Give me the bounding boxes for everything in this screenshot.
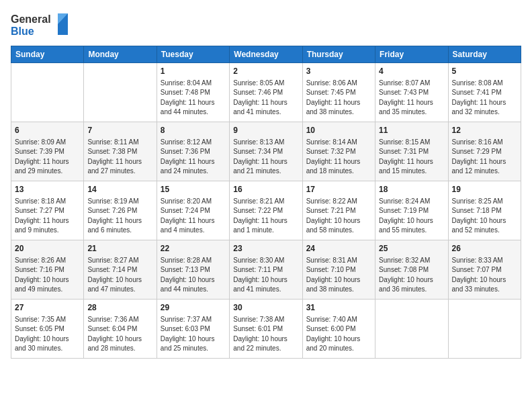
- day-info: Sunrise: 8:15 AMSunset: 7:31 PMDaylight:…: [379, 138, 444, 177]
- day-info: Sunrise: 7:40 AMSunset: 6:00 PMDaylight:…: [306, 315, 371, 354]
- day-cell: 12Sunrise: 8:16 AMSunset: 7:29 PMDayligh…: [448, 122, 521, 181]
- day-info: Sunrise: 8:13 AMSunset: 7:34 PMDaylight:…: [233, 138, 298, 177]
- week-row-1: 1Sunrise: 8:04 AMSunset: 7:48 PMDaylight…: [11, 63, 521, 122]
- day-number: 23: [233, 243, 298, 255]
- day-number: 19: [452, 184, 517, 195]
- day-cell: 24Sunrise: 8:31 AMSunset: 7:10 PMDayligh…: [302, 240, 375, 300]
- week-row-4: 20Sunrise: 8:26 AMSunset: 7:16 PMDayligh…: [11, 240, 521, 300]
- day-info: Sunrise: 7:35 AMSunset: 6:05 PMDaylight:…: [15, 315, 80, 354]
- day-info: Sunrise: 8:33 AMSunset: 7:07 PMDaylight:…: [452, 256, 517, 295]
- day-number: 3: [306, 66, 371, 77]
- header: GeneralBlue: [11, 11, 521, 39]
- day-cell: 14Sunrise: 8:19 AMSunset: 7:26 PMDayligh…: [84, 181, 157, 240]
- day-number: 7: [87, 125, 152, 136]
- day-cell: 20Sunrise: 8:26 AMSunset: 7:16 PMDayligh…: [11, 240, 84, 300]
- day-number: 12: [452, 125, 517, 136]
- day-info: Sunrise: 8:09 AMSunset: 7:39 PMDaylight:…: [15, 138, 80, 177]
- day-number: 1: [161, 66, 226, 77]
- weekday-header-row: SundayMondayTuesdayWednesdayThursdayFrid…: [11, 46, 521, 63]
- day-info: Sunrise: 8:32 AMSunset: 7:08 PMDaylight:…: [379, 256, 444, 295]
- week-row-2: 6Sunrise: 8:09 AMSunset: 7:39 PMDaylight…: [11, 122, 521, 181]
- day-cell: 30Sunrise: 7:38 AMSunset: 6:01 PMDayligh…: [230, 300, 302, 359]
- day-cell: [11, 63, 84, 122]
- day-cell: [448, 300, 521, 359]
- day-cell: 10Sunrise: 8:14 AMSunset: 7:32 PMDayligh…: [302, 122, 375, 181]
- weekday-header-wednesday: Wednesday: [230, 46, 302, 63]
- day-cell: [84, 63, 157, 122]
- day-cell: 5Sunrise: 8:08 AMSunset: 7:41 PMDaylight…: [448, 63, 521, 122]
- day-cell: 27Sunrise: 7:35 AMSunset: 6:05 PMDayligh…: [11, 300, 84, 359]
- day-info: Sunrise: 8:05 AMSunset: 7:46 PMDaylight:…: [233, 79, 298, 118]
- day-info: Sunrise: 8:18 AMSunset: 7:27 PMDaylight:…: [15, 197, 80, 236]
- day-info: Sunrise: 7:37 AMSunset: 6:03 PMDaylight:…: [161, 315, 226, 354]
- day-info: Sunrise: 8:22 AMSunset: 7:21 PMDaylight:…: [306, 197, 371, 236]
- day-info: Sunrise: 8:19 AMSunset: 7:26 PMDaylight:…: [87, 197, 152, 236]
- day-info: Sunrise: 8:27 AMSunset: 7:14 PMDaylight:…: [87, 256, 152, 295]
- day-info: Sunrise: 8:21 AMSunset: 7:22 PMDaylight:…: [233, 197, 298, 236]
- logo: GeneralBlue: [11, 11, 71, 39]
- day-cell: 31Sunrise: 7:40 AMSunset: 6:00 PMDayligh…: [302, 300, 375, 359]
- day-number: 20: [15, 243, 80, 255]
- day-info: Sunrise: 8:30 AMSunset: 7:11 PMDaylight:…: [233, 256, 298, 295]
- day-info: Sunrise: 7:36 AMSunset: 6:04 PMDaylight:…: [87, 315, 152, 354]
- day-cell: 18Sunrise: 8:24 AMSunset: 7:19 PMDayligh…: [375, 181, 448, 240]
- day-cell: 6Sunrise: 8:09 AMSunset: 7:39 PMDaylight…: [11, 122, 84, 181]
- weekday-header-sunday: Sunday: [11, 46, 84, 63]
- day-number: 24: [306, 243, 371, 255]
- day-cell: 15Sunrise: 8:20 AMSunset: 7:24 PMDayligh…: [157, 181, 229, 240]
- day-number: 15: [161, 184, 226, 195]
- day-info: Sunrise: 8:08 AMSunset: 7:41 PMDaylight:…: [452, 79, 517, 118]
- logo-svg: GeneralBlue: [11, 11, 71, 39]
- day-cell: 16Sunrise: 8:21 AMSunset: 7:22 PMDayligh…: [230, 181, 302, 240]
- day-number: 10: [306, 125, 371, 136]
- weekday-header-monday: Monday: [84, 46, 157, 63]
- day-number: 26: [452, 243, 517, 255]
- calendar-page: GeneralBlue SundayMondayTuesdayWednesday…: [0, 0, 532, 411]
- day-info: Sunrise: 8:25 AMSunset: 7:18 PMDaylight:…: [452, 197, 517, 236]
- day-cell: [375, 300, 448, 359]
- day-cell: 4Sunrise: 8:07 AMSunset: 7:43 PMDaylight…: [375, 63, 448, 122]
- day-info: Sunrise: 8:14 AMSunset: 7:32 PMDaylight:…: [306, 138, 371, 177]
- day-cell: 22Sunrise: 8:28 AMSunset: 7:13 PMDayligh…: [157, 240, 229, 300]
- svg-text:General: General: [11, 13, 51, 25]
- day-number: 8: [161, 125, 226, 136]
- day-number: 21: [87, 243, 152, 255]
- day-number: 14: [87, 184, 152, 195]
- day-number: 17: [306, 184, 371, 195]
- day-number: 29: [161, 302, 226, 314]
- day-cell: 8Sunrise: 8:12 AMSunset: 7:36 PMDaylight…: [157, 122, 229, 181]
- day-info: Sunrise: 7:38 AMSunset: 6:01 PMDaylight:…: [233, 315, 298, 354]
- day-info: Sunrise: 8:07 AMSunset: 7:43 PMDaylight:…: [379, 79, 444, 118]
- day-number: 22: [161, 243, 226, 255]
- day-number: 9: [233, 125, 298, 136]
- weekday-header-tuesday: Tuesday: [157, 46, 229, 63]
- day-cell: 26Sunrise: 8:33 AMSunset: 7:07 PMDayligh…: [448, 240, 521, 300]
- day-cell: 21Sunrise: 8:27 AMSunset: 7:14 PMDayligh…: [84, 240, 157, 300]
- day-info: Sunrise: 8:06 AMSunset: 7:45 PMDaylight:…: [306, 79, 371, 118]
- day-info: Sunrise: 8:11 AMSunset: 7:38 PMDaylight:…: [87, 138, 152, 177]
- day-number: 5: [452, 66, 517, 77]
- day-number: 28: [87, 302, 152, 314]
- day-cell: 19Sunrise: 8:25 AMSunset: 7:18 PMDayligh…: [448, 181, 521, 240]
- day-number: 16: [233, 184, 298, 195]
- day-number: 4: [379, 66, 444, 77]
- day-number: 2: [233, 66, 298, 77]
- day-number: 25: [379, 243, 444, 255]
- day-cell: 25Sunrise: 8:32 AMSunset: 7:08 PMDayligh…: [375, 240, 448, 300]
- day-info: Sunrise: 8:04 AMSunset: 7:48 PMDaylight:…: [161, 79, 226, 118]
- day-cell: 13Sunrise: 8:18 AMSunset: 7:27 PMDayligh…: [11, 181, 84, 240]
- day-number: 31: [306, 302, 371, 314]
- day-number: 30: [233, 302, 298, 314]
- day-cell: 2Sunrise: 8:05 AMSunset: 7:46 PMDaylight…: [230, 63, 302, 122]
- day-info: Sunrise: 8:31 AMSunset: 7:10 PMDaylight:…: [306, 256, 371, 295]
- week-row-5: 27Sunrise: 7:35 AMSunset: 6:05 PMDayligh…: [11, 300, 521, 359]
- weekday-header-saturday: Saturday: [448, 46, 521, 63]
- day-cell: 3Sunrise: 8:06 AMSunset: 7:45 PMDaylight…: [302, 63, 375, 122]
- day-number: 27: [15, 302, 80, 314]
- day-info: Sunrise: 8:16 AMSunset: 7:29 PMDaylight:…: [452, 138, 517, 177]
- weekday-header-thursday: Thursday: [302, 46, 375, 63]
- day-number: 6: [15, 125, 80, 136]
- day-number: 13: [15, 184, 80, 195]
- day-cell: 7Sunrise: 8:11 AMSunset: 7:38 PMDaylight…: [84, 122, 157, 181]
- week-row-3: 13Sunrise: 8:18 AMSunset: 7:27 PMDayligh…: [11, 181, 521, 240]
